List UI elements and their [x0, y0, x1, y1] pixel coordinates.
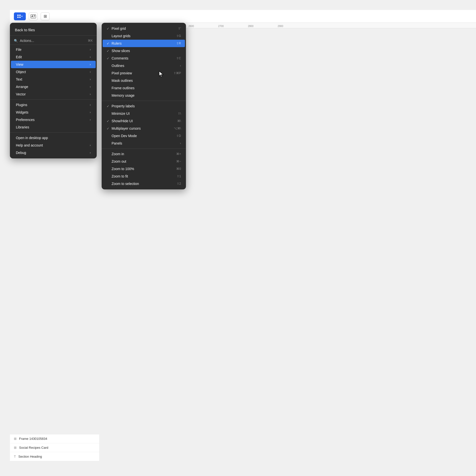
logo-dropdown-arrow: ▾	[21, 15, 23, 18]
social-recipes-label: Social Recipes Card	[19, 446, 48, 449]
submenu-item-zoom-in[interactable]: Zoom in ⌘+	[103, 150, 185, 158]
submenu-item-minimize-ui[interactable]: Minimize UI ⇧\	[103, 110, 185, 117]
outlines-arrow: ›	[180, 64, 181, 67]
menu-item-vector[interactable]: Vector ›	[11, 90, 96, 98]
back-to-files-label: Back to files	[15, 28, 35, 32]
pixel-grid-label: Pixel grid	[112, 27, 178, 30]
multiplayer-check: ✓	[107, 127, 112, 130]
comments-shortcut: ⇧C	[176, 57, 181, 60]
menu-divider-2	[10, 132, 97, 133]
menu-divider-1	[10, 99, 97, 100]
menu-item-widgets[interactable]: Widgets ›	[11, 109, 96, 116]
submenu-section-3: Zoom in ⌘+ Zoom out ⌘− Zoom to 100% ⌘0 Z…	[102, 150, 186, 187]
zoom-in-shortcut: ⌘+	[176, 152, 181, 156]
comments-check: ✓	[107, 57, 112, 60]
menu-item-libraries-label: Libraries	[16, 125, 29, 129]
panels-button[interactable]: ⊞	[41, 12, 50, 20]
menu-item-object[interactable]: Object ›	[11, 68, 96, 76]
zoom-100-shortcut: ⌘0	[176, 167, 181, 171]
search-label: Actions...	[20, 39, 86, 43]
menu-item-open-desktop[interactable]: Open in desktop app	[11, 134, 96, 142]
open-dev-mode-shortcut: ⇧D	[176, 134, 181, 138]
submenu-item-panels[interactable]: Panels ›	[103, 140, 185, 147]
menu-item-preferences-arrow: ›	[90, 118, 91, 121]
menu-item-text-label: Text	[16, 77, 22, 81]
submenu-item-memory-usage[interactable]: Memory usage	[103, 92, 185, 99]
submenu-divider-2	[102, 149, 186, 149]
pixel-grid-check: ✓	[107, 27, 112, 30]
submenu-item-comments[interactable]: ✓ Comments ⇧C	[103, 55, 185, 62]
toolbar: ▾ A? ⊞	[10, 10, 476, 23]
menu-item-plugins-arrow: ›	[90, 103, 91, 107]
submenu-item-multiplayer-cursors[interactable]: ✓ Multiplayer cursors ⌥⌘\	[103, 125, 185, 132]
frame1-icon: ⊞	[14, 437, 17, 441]
menu-item-preferences[interactable]: Preferences ›	[11, 116, 96, 123]
submenu-item-property-labels[interactable]: ✓ Property labels	[103, 102, 185, 110]
submenu-item-show-slices[interactable]: ✓ Show slices	[103, 47, 185, 55]
ruler-label-2800: 2800	[248, 25, 253, 28]
show-hide-ui-check: ✓	[107, 119, 112, 123]
view-submenu: ✓ Pixel grid ⇧' Layout grids ⇧G ✓ Rulers…	[102, 23, 186, 189]
menu-item-arrange[interactable]: Arrange ›	[11, 83, 96, 90]
memory-usage-label: Memory usage	[112, 93, 181, 97]
pixel-preview-shortcut: ⇧⌘P	[174, 71, 181, 75]
search-icon: 🔍	[14, 39, 18, 43]
submenu-divider-1	[102, 101, 186, 101]
menu-item-plugins[interactable]: Plugins ›	[11, 101, 96, 109]
menu-item-preferences-label: Preferences	[16, 118, 34, 122]
menu-item-text[interactable]: Text ›	[11, 76, 96, 83]
figma-logo-button[interactable]: ▾	[14, 12, 26, 20]
submenu-item-zoom-out[interactable]: Zoom out ⌘−	[103, 158, 185, 165]
menu-item-debug-arrow: ›	[90, 151, 91, 154]
menu-item-debug[interactable]: Debug ›	[11, 149, 96, 156]
comments-label: Comments	[112, 56, 176, 60]
zoom-fit-shortcut: ⇧1	[177, 175, 181, 178]
menu-item-edit[interactable]: Edit ›	[11, 53, 96, 61]
layout-grids-shortcut: ⇧G	[176, 34, 181, 38]
frame-outlines-label: Frame outlines	[112, 86, 181, 90]
ai-button[interactable]: A?	[29, 12, 38, 20]
panels-label: Panels	[112, 141, 179, 145]
pixel-preview-label: Pixel preview	[112, 71, 174, 75]
submenu-item-pixel-grid[interactable]: ✓ Pixel grid ⇧'	[103, 25, 185, 32]
submenu-item-show-hide-ui[interactable]: ✓ Show/Hide UI ⌘\	[103, 117, 185, 125]
panels-icon: ⊞	[44, 14, 47, 19]
submenu-item-zoom-100[interactable]: Zoom to 100% ⌘0	[103, 165, 185, 173]
menu-item-help[interactable]: Help and account ›	[11, 142, 96, 149]
submenu-section-2: ✓ Property labels Minimize UI ⇧\ ✓ Show/…	[102, 102, 186, 147]
submenu-item-frame-outlines[interactable]: Frame outlines	[103, 84, 185, 92]
panel-item-frame1[interactable]: ⊞ Frame 1430105834	[10, 434, 99, 443]
back-to-files-item[interactable]: Back to files	[10, 25, 97, 36]
menu-item-libraries[interactable]: Libraries	[11, 123, 96, 131]
menu-item-arrange-label: Arrange	[16, 85, 28, 89]
submenu-item-outlines[interactable]: Outlines ›	[103, 62, 185, 69]
submenu-item-layout-grids[interactable]: Layout grids ⇧G	[103, 32, 185, 40]
submenu-item-pixel-preview[interactable]: Pixel preview ⇧⌘P	[103, 69, 185, 77]
menu-item-file[interactable]: File ›	[11, 46, 96, 53]
rulers-label: Rulers	[112, 41, 176, 45]
frame1-label: Frame 1430105834	[19, 437, 47, 441]
menu-item-widgets-label: Widgets	[16, 110, 29, 114]
show-slices-check: ✓	[107, 49, 112, 53]
submenu-item-zoom-selection[interactable]: Zoom to selection ⇧2	[103, 180, 185, 187]
submenu-item-zoom-fit[interactable]: Zoom to fit ⇧1	[103, 173, 185, 180]
submenu-section-1: ✓ Pixel grid ⇧' Layout grids ⇧G ✓ Rulers…	[102, 25, 186, 99]
zoom-out-shortcut: ⌘−	[176, 160, 181, 163]
menu-item-view-label: View	[16, 62, 23, 66]
panel-item-social-recipes[interactable]: ⊞ Social Recipes Card	[10, 443, 99, 452]
bottom-left-panel: ⊞ Frame 1430105834 ⊞ Social Recipes Card…	[10, 434, 99, 461]
menu-item-edit-arrow: ›	[90, 55, 91, 59]
menu-section-1: File › Edit › View › Object › Text › Arr…	[10, 46, 97, 98]
menu-item-view-arrow: ›	[90, 63, 91, 66]
panel-item-section-heading[interactable]: T Section Heading	[10, 452, 99, 461]
show-slices-label: Show slices	[112, 49, 181, 53]
actions-search-row[interactable]: 🔍 Actions... ⌘K	[10, 37, 97, 45]
submenu-item-rulers[interactable]: ✓ Rulers ⇧R	[103, 40, 185, 47]
menu-section-2: Plugins › Widgets › Preferences › Librar…	[10, 101, 97, 131]
property-labels-label: Property labels	[112, 104, 181, 108]
submenu-item-open-dev-mode[interactable]: Open Dev Mode ⇧D	[103, 132, 185, 140]
menu-item-view[interactable]: View ›	[11, 61, 96, 68]
pixel-grid-shortcut: ⇧'	[178, 27, 181, 30]
submenu-item-mask-outlines[interactable]: Mask outlines	[103, 77, 185, 84]
zoom-in-label: Zoom in	[112, 152, 176, 156]
